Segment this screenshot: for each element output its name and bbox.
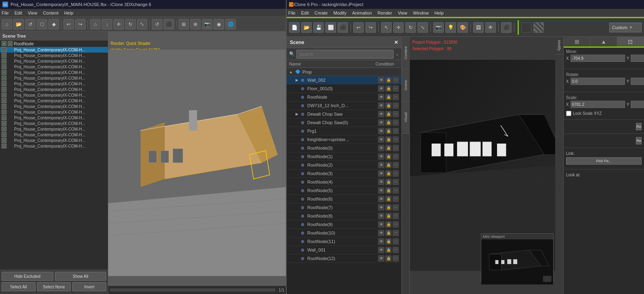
item-0-checkbox[interactable]: ✓ xyxy=(2,47,6,52)
invert-button[interactable]: Invert xyxy=(72,282,106,291)
rt-open-btn[interactable]: 📂 xyxy=(301,22,312,33)
tree-item-2[interactable]: ✓ Proj_House_ContemporaryIX-COM-H... xyxy=(0,58,108,64)
lock-action-15[interactable]: 🔒 xyxy=(385,204,392,211)
move-y-input[interactable] xyxy=(631,55,644,62)
menu-content[interactable]: Content xyxy=(43,11,59,15)
tree-item-4[interactable]: ✓ Proj_House_ContemporaryIX-COM-H... xyxy=(0,70,108,75)
scene-row-prg1[interactable]: ▶ ⚙ Prg1 👁 🔒 ⋯ xyxy=(287,127,401,135)
more-action-19[interactable]: ⋯ xyxy=(392,238,399,245)
rt-undo-btn[interactable]: ↩ xyxy=(353,22,364,33)
toolbar-btn-3[interactable]: ↺ xyxy=(25,19,36,30)
eye-action-1[interactable]: 👁 xyxy=(378,85,384,92)
props-tab-icon1[interactable]: ⊞ xyxy=(564,37,590,47)
more-action-11[interactable]: ⋯ xyxy=(392,170,399,177)
lock-action-18[interactable]: 🔒 xyxy=(385,230,392,236)
eye-action-21[interactable]: 👁 xyxy=(378,255,384,262)
scene-row-rootnode8[interactable]: ▶ ⚙ RootNode(8) 👁 🔒 ⋯ xyxy=(287,212,401,220)
lock-action-13[interactable]: 🔒 xyxy=(385,187,392,194)
lock-action-6[interactable]: 🔒 xyxy=(385,128,392,134)
lock-action-3[interactable]: 🔒 xyxy=(385,102,392,109)
scene-row-rootnode4[interactable]: ▶ ⚙ RootNode(4) 👁 🔒 ⋯ xyxy=(287,178,401,186)
lock-action-2[interactable]: 🔒 xyxy=(385,94,392,100)
lock-action-17[interactable]: 🔒 xyxy=(385,221,392,228)
right-menu-edit[interactable]: Edit xyxy=(301,11,309,15)
rt-save-btn[interactable]: 💾 xyxy=(313,22,324,33)
menu-help[interactable]: Help xyxy=(64,11,73,15)
rt-redo-btn[interactable]: ↪ xyxy=(365,22,376,33)
lock-action-21[interactable]: 🔒 xyxy=(385,255,392,262)
scene-row-dewalt[interactable]: ▶ ⚙ Dewalt Chop Saw 👁 🔒 ⋯ xyxy=(287,110,401,118)
lock-action-16[interactable]: 🔒 xyxy=(385,213,392,219)
camera-btn[interactable]: 📷 xyxy=(202,19,212,30)
lock-action-11[interactable]: 🔒 xyxy=(385,170,392,177)
tree-item-3[interactable]: ✓ Proj_House_ContemporaryIX-COM-H... xyxy=(0,64,108,70)
rt-move-btn[interactable]: ✛ xyxy=(393,22,404,33)
eye-action-9[interactable]: 👁 xyxy=(378,153,384,160)
move-x-input[interactable] xyxy=(571,55,625,62)
search-options-icon[interactable]: ⌄ xyxy=(395,51,399,57)
scene-row-rootnode0[interactable]: ▶ ⚙ RootNode(0) 👁 🔒 ⋯ xyxy=(287,144,401,152)
mini-viewport[interactable]: Mini Viewport xyxy=(481,233,554,282)
scene-row-rootnode[interactable]: ▶ ⚙ RootNode 👁 🔒 ⋯ xyxy=(287,93,401,102)
show-all-button[interactable]: Show All xyxy=(55,272,107,281)
rt-new-btn[interactable]: 📄 xyxy=(289,22,300,33)
pick-parent-button[interactable]: Pick Pa... xyxy=(566,157,642,165)
more-action-9[interactable]: ⋯ xyxy=(392,153,399,160)
more-action-10[interactable]: ⋯ xyxy=(392,162,399,168)
undo-btn[interactable]: ↩ xyxy=(63,19,74,30)
rotate-btn[interactable]: ↻ xyxy=(125,19,136,30)
rt-render-btn[interactable]: 🖼 xyxy=(473,22,484,33)
tree-item-17[interactable]: ✓ Proj_House_ContemporaryIX-COM-H... xyxy=(0,143,108,149)
lock-action-19[interactable]: 🔒 xyxy=(385,238,392,245)
more-action-7[interactable]: ⋯ xyxy=(392,136,399,143)
lock-action-4[interactable]: 🔒 xyxy=(385,111,392,117)
right-menu-help[interactable]: Help xyxy=(434,11,444,15)
lock-action-8[interactable]: 🔒 xyxy=(385,145,392,151)
item-9-checkbox[interactable]: ✓ xyxy=(2,98,6,103)
item-3-checkbox[interactable]: ✓ xyxy=(2,64,6,69)
rt-scale-btn[interactable]: ⤡ xyxy=(417,22,428,33)
tree-item-1[interactable]: ✓ Proj_House_ContemporaryIX-COM-H... xyxy=(0,53,108,58)
rotate-x-input[interactable] xyxy=(571,78,625,85)
tree-item-13[interactable]: ✓ Proj_House_ContemporaryIX-COM-H... xyxy=(0,121,108,126)
right-menu-animation[interactable]: Animation xyxy=(352,11,372,15)
rt-light-btn[interactable]: 💡 xyxy=(445,22,456,33)
rt-grid-btn[interactable] xyxy=(521,22,532,33)
more-action-3[interactable]: ⋯ xyxy=(392,102,399,109)
more-action-16[interactable]: ⋯ xyxy=(392,213,399,219)
eye-action-5[interactable]: 👁 xyxy=(378,119,384,126)
root-vis-checkbox[interactable]: ✓ xyxy=(8,41,13,46)
rt-material-btn[interactable]: 🎨 xyxy=(457,22,468,33)
eye-action-2[interactable]: 👁 xyxy=(378,94,384,100)
item-15-checkbox[interactable]: ✓ xyxy=(2,132,6,137)
eye-action-18[interactable]: 👁 xyxy=(378,230,384,236)
tree-item-5[interactable]: ✓ Proj_House_ContemporaryIX-COM-H... xyxy=(0,75,108,81)
more-action-6[interactable]: ⋯ xyxy=(392,128,399,134)
item-11-checkbox[interactable]: ✓ xyxy=(2,110,6,114)
scene-row-rootnode9[interactable]: ▶ ⚙ RootNode(9) 👁 🔒 ⋯ xyxy=(287,220,401,229)
rt-checkerboard-btn[interactable] xyxy=(533,22,544,33)
item-1-checkbox[interactable]: ✓ xyxy=(2,53,6,58)
scene-row-rootnode2[interactable]: ▶ ⚙ RootNode(2) 👁 🔒 ⋯ xyxy=(287,161,401,169)
menu-view[interactable]: View xyxy=(28,11,38,15)
more-action-14[interactable]: ⋯ xyxy=(392,196,399,202)
rt-export-btn[interactable]: ⬜ xyxy=(325,22,336,33)
scene-row-rootnode11[interactable]: ▶ ⚙ RootNode(11) 👁 🔒 ⋯ xyxy=(287,237,401,246)
redo-btn[interactable]: ↪ xyxy=(75,19,86,30)
cursor-btn[interactable]: ⊕ xyxy=(190,19,201,30)
item-6-checkbox[interactable]: ✓ xyxy=(2,81,6,86)
scene-tree-content[interactable]: ▼ ✓ RootNode ✓ Proj_House_ContemporaryIX… xyxy=(0,40,108,270)
tree-item-10[interactable]: ✓ Proj_House_ContemporaryIX-COM-H... xyxy=(0,104,108,109)
scene-row-rootnode5[interactable]: ▶ ⚙ RootNode(5) 👁 🔒 ⋯ xyxy=(287,186,401,195)
globe-btn[interactable]: 🌐 xyxy=(225,19,236,30)
menu-edit[interactable]: Edit xyxy=(15,11,22,15)
item-8-checkbox[interactable]: ✓ xyxy=(2,93,6,97)
item-14-checkbox[interactable]: ✓ xyxy=(2,127,6,131)
eye-action-4[interactable]: 👁 xyxy=(378,111,384,117)
scene-row-wall002[interactable]: ▶ ⚙ Wall_002 👁 🔒 ⋯ xyxy=(287,76,401,85)
eye-action-15[interactable]: 👁 xyxy=(378,204,384,211)
item-2-checkbox[interactable]: ✓ xyxy=(2,59,6,63)
more-action-8[interactable]: ⋯ xyxy=(392,145,399,151)
eye-action-14[interactable]: 👁 xyxy=(378,196,384,202)
more-action-1[interactable]: ⋯ xyxy=(392,85,399,92)
